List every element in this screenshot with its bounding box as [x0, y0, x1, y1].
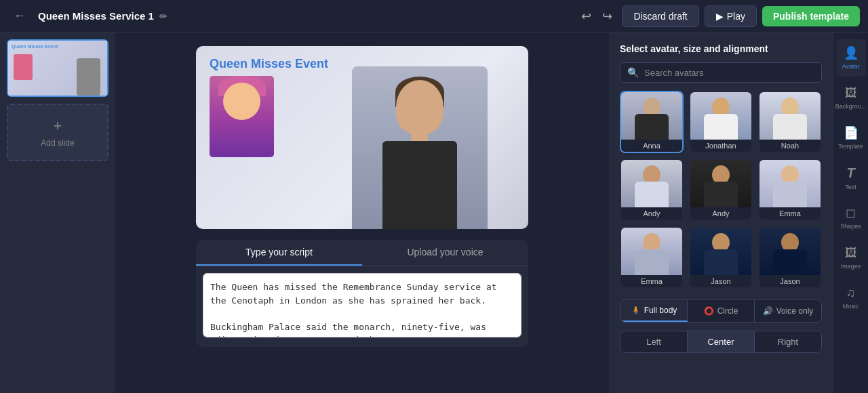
noah1-name: Noah: [760, 140, 821, 152]
background-rail-label: Backgrou...: [835, 103, 867, 110]
rail-item-background[interactable]: 🖼 Backgrou...: [836, 79, 866, 117]
avatar-img-noah1: [760, 92, 821, 140]
emma1-name: Emma: [760, 207, 821, 220]
canvas-preview: Queen Misses Event: [196, 46, 528, 229]
avatar-img-andy: [690, 160, 751, 207]
jonathan-body: [704, 114, 738, 140]
queen-face: [223, 83, 260, 120]
noah2-body: [635, 182, 669, 207]
align-center-button[interactable]: Center: [688, 331, 755, 352]
document-title: Queen Misses Service 1: [38, 10, 154, 22]
avatar-panel: Select avatar, size and alignment 🔍 Anna: [609, 33, 833, 393]
script-tabs: Type your script Upload your voice: [196, 240, 528, 266]
anna-body: [635, 114, 669, 140]
style-circle-button[interactable]: ⭕ Circle: [688, 300, 755, 322]
icon-rail: 👤 Avatar 🖼 Backgrou... 📄 Template T Text…: [833, 33, 868, 393]
undo-button[interactable]: ↩: [577, 6, 595, 26]
avatar-shirt: [382, 141, 457, 229]
search-icon: 🔍: [627, 67, 639, 78]
slide-1[interactable]: 1 Queen Misses Event: [7, 39, 108, 97]
anna-name: Anna: [621, 140, 682, 152]
play-button[interactable]: ▶ Play: [705, 5, 757, 27]
alignment-row: Left Center Right: [620, 331, 822, 353]
avatar-card-emma1[interactable]: Emma: [758, 159, 822, 221]
script-section: Type your script Upload your voice: [196, 240, 528, 347]
add-slide-label: Add slide: [41, 138, 74, 148]
add-slide-icon: +: [54, 117, 62, 135]
thumb-avatar-figure: [77, 58, 100, 96]
avatar-rail-label: Avatar: [842, 63, 860, 70]
slide-thumbnail: Queen Misses Event: [7, 39, 108, 97]
avatar-card-noah2[interactable]: Andy: [620, 159, 684, 221]
style-voice-only-button[interactable]: 🔊 Voice only: [755, 300, 821, 322]
tab-type-script[interactable]: Type your script: [196, 240, 362, 266]
script-textarea-wrap: [196, 266, 528, 347]
andy-name: Andy: [690, 207, 751, 220]
avatar-panel-title: Select avatar, size and alignment: [620, 43, 822, 54]
avatar-card-emma2[interactable]: Emma: [620, 226, 684, 289]
circle-label: Circle: [717, 306, 738, 316]
avatar-search-input[interactable]: [644, 68, 814, 78]
emma1-body: [773, 182, 807, 207]
avatar-card-noah1[interactable]: Noah: [758, 91, 822, 153]
avatar-style-row: 🧍 Full body ⭕ Circle 🔊 Voice only: [620, 299, 822, 323]
jason2-body: [773, 249, 807, 275]
circle-icon: ⭕: [704, 306, 714, 316]
style-full-body-button[interactable]: 🧍 Full body: [620, 300, 688, 322]
align-left-button[interactable]: Left: [620, 331, 688, 352]
template-rail-icon: 📄: [844, 125, 859, 140]
topbar: ← Queen Misses Service 1 ✏ ↩ ↪ Discard d…: [0, 0, 868, 33]
rail-item-images[interactable]: 🖼 Images: [836, 239, 866, 276]
rail-item-avatar[interactable]: 👤 Avatar: [836, 39, 866, 77]
play-icon: ▶: [716, 11, 724, 22]
background-rail-icon: 🖼: [845, 86, 857, 100]
jason1-name: Jason: [690, 275, 751, 287]
publish-button[interactable]: Publish template: [762, 6, 860, 26]
rail-item-template[interactable]: 📄 Template: [836, 119, 866, 157]
avatar-img-emma1: [760, 160, 821, 207]
noah1-body: [773, 114, 807, 140]
thumb-queen-image: [14, 54, 33, 80]
avatar-img-jason2: [760, 228, 821, 275]
title-area: Queen Misses Service 1 ✏: [38, 10, 570, 22]
music-rail-label: Music: [843, 303, 859, 310]
tab-upload-voice[interactable]: Upload your voice: [362, 240, 528, 266]
voice-only-icon: 🔊: [763, 306, 773, 316]
avatar-img-jonathan: [690, 92, 751, 140]
avatar-card-andy[interactable]: Andy: [689, 159, 753, 221]
avatar-card-jason1[interactable]: Jason: [689, 226, 753, 289]
avatar-img-anna: [621, 92, 682, 140]
rail-item-shapes[interactable]: ◻ Shapes: [836, 199, 866, 236]
rail-item-text[interactable]: T Text: [836, 159, 866, 196]
canvas-title: Queen Misses Event: [210, 57, 328, 71]
emma2-body: [635, 249, 669, 275]
script-textarea[interactable]: [203, 273, 521, 337]
slide-thumb-inner: Queen Misses Event: [8, 41, 107, 96]
main-layout: 1 Queen Misses Event + Add slide Queen M…: [0, 33, 868, 393]
center-panel: Queen Misses Event Type your script Uplo…: [115, 33, 609, 393]
text-rail-label: Text: [845, 184, 856, 191]
redo-button[interactable]: ↪: [598, 6, 616, 26]
avatar-img-jason1: [690, 228, 751, 275]
jason2-name: Jason: [760, 275, 821, 287]
noah2-name: Andy: [621, 207, 682, 220]
add-slide-button[interactable]: + Add slide: [7, 104, 108, 161]
avatar-head: [396, 80, 443, 134]
shapes-rail-icon: ◻: [846, 205, 856, 220]
back-button[interactable]: ←: [8, 6, 31, 26]
topbar-actions: ↩ ↪ Discard draft ▶ Play Publish templat…: [577, 5, 860, 27]
rail-item-music[interactable]: ♫ Music: [836, 279, 866, 316]
avatar-card-jason2[interactable]: Jason: [758, 226, 822, 289]
edit-title-icon[interactable]: ✏: [159, 11, 167, 22]
avatar-search-bar: 🔍: [620, 62, 822, 83]
discard-button[interactable]: Discard draft: [622, 5, 698, 27]
avatar-rail-icon: 👤: [844, 45, 859, 60]
align-right-button[interactable]: Right: [755, 331, 821, 352]
jonathan-name: Jonathan: [690, 140, 751, 152]
avatar-card-anna[interactable]: Anna: [620, 91, 684, 153]
avatar-card-jonathan[interactable]: Jonathan: [689, 91, 753, 153]
thumb-label: Queen Misses Event: [12, 44, 58, 49]
andy-body: [704, 182, 738, 207]
slides-panel: 1 Queen Misses Event + Add slide: [0, 33, 115, 393]
template-rail-label: Template: [838, 143, 863, 150]
